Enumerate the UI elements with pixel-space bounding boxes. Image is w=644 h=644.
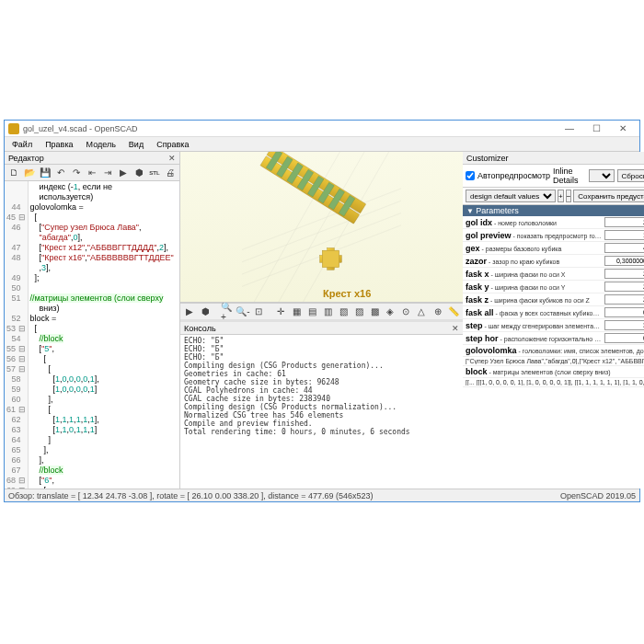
- param-row: step hor - расположение горизонтально ил…: [463, 332, 644, 345]
- render-icon[interactable]: ⬢: [132, 166, 146, 180]
- app-window: gol_uzel_v4.scad - OpenSCAD — ☐ ✕ Файл П…: [4, 120, 640, 502]
- param-input[interactable]: [604, 217, 644, 227]
- param-row: fask all - фаска у всех составных кубико…: [463, 306, 644, 319]
- axes-icon[interactable]: ✛: [273, 305, 288, 319]
- param-label: step hor - расположение горизонтально ил…: [466, 334, 603, 343]
- preview-icon[interactable]: ▶: [116, 166, 131, 180]
- param-input[interactable]: [604, 282, 644, 292]
- perspective-icon[interactable]: △: [414, 305, 429, 319]
- param-row: zazor - зазор по краю кубиков▲▼: [463, 255, 644, 268]
- detail-select[interactable]: [589, 169, 615, 182]
- editor-toolbar: 🗋 📂 💾 ↶ ↷ ⇤ ⇥ ▶ ⬢ STL 🖨: [5, 165, 179, 181]
- maximize-button[interactable]: ☐: [583, 121, 609, 136]
- param-section-header[interactable]: ▼ Parameters: [463, 205, 644, 216]
- zoom-out-icon[interactable]: 🔍-: [236, 305, 250, 319]
- indent-in-icon[interactable]: ⇥: [100, 166, 115, 180]
- view-diag-icon[interactable]: ◈: [383, 305, 397, 319]
- svg-line-0: [242, 213, 401, 275]
- param-input[interactable]: [604, 243, 644, 253]
- param-input[interactable]: [604, 230, 644, 240]
- menu-help[interactable]: Справка: [151, 139, 194, 150]
- 3d-viewport[interactable]: Крест x16: [180, 152, 463, 303]
- scale-icon[interactable]: 📏: [446, 305, 461, 319]
- view-preview-icon[interactable]: ▶: [182, 305, 197, 319]
- view-render-icon[interactable]: ⬢: [198, 305, 213, 319]
- preset-select[interactable]: design default values: [466, 190, 556, 202]
- reset-button[interactable]: Сбросить: [617, 169, 644, 182]
- param-input[interactable]: [604, 256, 644, 266]
- param-row: golovolomka - головоломки: имя, список э…: [463, 345, 644, 357]
- param-input[interactable]: [604, 294, 644, 305]
- view-front-icon[interactable]: ▨: [351, 305, 366, 319]
- param-label: gol preview - показать предпросмотр голо…: [466, 231, 603, 240]
- menu-file[interactable]: Файл: [6, 139, 38, 150]
- param-input[interactable]: [604, 333, 644, 343]
- param-row: fask y - ширина фаски по оси Y▲▼: [463, 281, 644, 293]
- view-top-icon[interactable]: ▤: [305, 305, 319, 319]
- console-output[interactable]: ECHO: "Б" ECHO: "Б" ECHO: "Б" Compiling …: [180, 335, 463, 489]
- param-label: fask x - ширина фаски по оси X: [466, 270, 603, 279]
- autopreview-checkbox[interactable]: [466, 171, 475, 180]
- param-row: gol idx - номер головоломки▲▼: [463, 216, 644, 229]
- editor-close-icon[interactable]: ✕: [168, 154, 176, 163]
- close-button[interactable]: ✕: [610, 121, 636, 136]
- param-label: fask y - ширина фаски по оси Y: [466, 282, 603, 292]
- console-header: Консоль ✕: [180, 322, 463, 335]
- undo-icon[interactable]: ↶: [53, 166, 68, 180]
- param-input[interactable]: [604, 307, 644, 317]
- param-label: block - матрицы элементов (слои сверху в…: [466, 367, 644, 376]
- menu-edit[interactable]: Правка: [40, 139, 78, 150]
- param-row: step - шаг между сгенерирован элементами…: [463, 319, 644, 332]
- status-right: OpenSCAD 2019.05: [560, 491, 636, 500]
- param-label: ["Супер Узел Брюса Лава","абагда",0],["К…: [466, 358, 644, 364]
- viewport-toolbar: ▶ ⬢ 🔍+ 🔍- ⊡ ✛ ▦ ▤ ▥ ▧ ▨ ▩ ◈ ⊙ △ ⊕ 📏: [180, 303, 463, 319]
- stl-icon[interactable]: STL: [147, 166, 162, 180]
- new-icon[interactable]: 🗋: [6, 166, 21, 180]
- code-editor[interactable]: 44 45 ⊟ 46 47 48 49 50 51 52 53 ⊟ 54 55 …: [5, 181, 179, 489]
- save-icon[interactable]: 💾: [38, 166, 52, 180]
- customizer-header: Customizer ✕: [463, 152, 644, 165]
- titlebar[interactable]: gol_uzel_v4.scad - OpenSCAD — ☐ ✕: [5, 121, 639, 137]
- model-label: Крест x16: [323, 288, 371, 299]
- param-row: block - матрицы элементов (слои сверху в…: [463, 366, 644, 378]
- statusbar: Обзор: translate = [ 12.34 24.78 -3.08 ]…: [5, 489, 639, 501]
- param-label: golovolomka - головоломки: имя, список э…: [466, 346, 644, 355]
- param-label: fask z - ширина фаски кубиков по оси Z: [466, 295, 603, 305]
- save-preset-button[interactable]: Сохранить предустановку: [573, 190, 644, 202]
- menu-model[interactable]: Модель: [81, 139, 121, 150]
- menu-view[interactable]: Вид: [123, 139, 149, 150]
- param-label: zazor - зазор по краю кубиков: [466, 257, 603, 266]
- redo-icon[interactable]: ↷: [69, 166, 84, 180]
- param-input[interactable]: [604, 269, 644, 279]
- svg-line-1: [242, 201, 401, 262]
- view-back-icon[interactable]: ▩: [367, 305, 382, 319]
- print-icon[interactable]: 🖨: [163, 166, 178, 180]
- view-right-icon[interactable]: ▦: [289, 305, 304, 319]
- param-label: step - шаг между сгенерирован элементами…: [466, 321, 603, 330]
- view-left-icon[interactable]: ▧: [336, 305, 351, 319]
- view-bottom-icon[interactable]: ▥: [320, 305, 335, 319]
- crosshair-icon[interactable]: ⊕: [431, 305, 445, 319]
- console-close-icon[interactable]: ✕: [452, 324, 459, 333]
- view-center-icon[interactable]: ⊙: [398, 305, 413, 319]
- param-row: [[... [[[1, 0, 0, 0, 0, 1], [1, 0, 0, 0,…: [463, 378, 644, 387]
- open-icon[interactable]: 📂: [22, 166, 37, 180]
- param-row: gol preview - показать предпросмотр голо…: [463, 229, 644, 242]
- status-left: Обзор: translate = [ 12.34 24.78 -3.08 ]…: [8, 491, 374, 500]
- zoom-fit-icon[interactable]: ⊡: [251, 305, 266, 319]
- param-input[interactable]: [604, 320, 644, 330]
- indent-out-icon[interactable]: ⇤: [85, 166, 99, 180]
- param-label: [[... [[[1, 0, 0, 0, 0, 1], [1, 0, 0, 0,…: [466, 379, 644, 385]
- preset-del-button[interactable]: −: [566, 190, 572, 202]
- minimize-button[interactable]: —: [557, 121, 582, 136]
- app-icon: [8, 123, 19, 134]
- param-row: gex - размеры базового кубика▲▼: [463, 242, 644, 255]
- param-label: fask all - фаска у всех составных кубико…: [466, 308, 603, 317]
- customizer-panel: Автопредпросмотр Inline Details Сбросить…: [463, 165, 644, 489]
- param-row: fask z - ширина фаски кубиков по оси Z▲▼: [463, 293, 644, 306]
- param-row: fask x - ширина фаски по оси X▲▼: [463, 268, 644, 281]
- zoom-in-icon[interactable]: 🔍+: [220, 305, 235, 319]
- main-area: Редактор ✕ 🗋 📂 💾 ↶ ↷ ⇤ ⇥ ▶ ⬢ STL 🖨 44 45…: [5, 152, 639, 489]
- editor-header: Редактор ✕: [5, 152, 179, 165]
- preset-add-button[interactable]: +: [558, 190, 564, 202]
